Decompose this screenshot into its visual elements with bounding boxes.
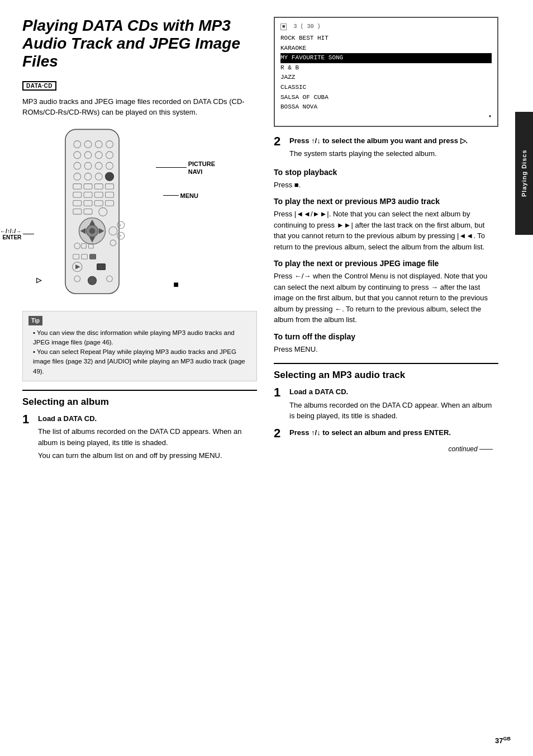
album-item-highlighted: MY FAVOURITE SONG [280, 53, 492, 63]
stop-playback-heading: To stop playback [274, 168, 498, 177]
mp3-track-text: Press |◄◄/►►|. Note that you can select … [274, 209, 498, 252]
play-label: ▷ [36, 276, 41, 284]
page-number: 37GB [495, 736, 511, 745]
turn-off-text: Press MENU. [274, 344, 498, 355]
svg-point-38 [89, 228, 96, 234]
svg-text:+: + [119, 233, 122, 238]
step-2-number: 2 [274, 135, 285, 159]
divider-selecting-mp3 [274, 363, 498, 364]
remote-diagram: + + [28, 126, 168, 305]
step-1-select-album: 1 Load a DATA CD. The list of albums rec… [22, 413, 257, 461]
picture-navi-label: PICTURE NAVI [156, 160, 215, 176]
mp3-step-2-number: 2 [274, 427, 285, 440]
svg-point-16 [106, 172, 114, 181]
album-header: ■ 3 ( 30 ) [280, 22, 492, 31]
menu-label: MENU [163, 192, 198, 199]
album-item-3: R & B [280, 63, 492, 73]
remote-svg: + + [28, 126, 156, 300]
svg-text:+: + [119, 222, 122, 228]
svg-point-55 [88, 276, 97, 285]
intro-text: MP3 audio tracks and JPEG image files re… [22, 96, 257, 118]
step-1-number: 1 [22, 413, 34, 461]
mp3-step-1-number: 1 [274, 386, 285, 422]
selecting-album-heading: Selecting an album [22, 396, 257, 408]
album-item-7: BOSSA NOVA [280, 102, 492, 112]
album-down-arrow: ▾ [280, 112, 492, 121]
album-item-4: JAZZ [280, 73, 492, 83]
mp3-step-1-text: The albums recorded on the DATA CD appea… [289, 400, 498, 422]
mp3-step-1: 1 Load a DATA CD. The albums recorded on… [274, 386, 498, 422]
jpeg-file-heading: To play the next or previous JPEG image … [274, 259, 498, 268]
step-2-instruction: Press ↑/↓ to select the album you want a… [289, 136, 468, 145]
enter-label: ←/↑/↓/→ENTER [0, 216, 34, 253]
album-display: ■ 3 ( 30 ) ROCK BEST HIT KARAOKE MY FAVO… [274, 17, 498, 127]
mp3-step-1-instruction: Load a DATA CD. [289, 388, 348, 396]
svg-rect-53 [97, 263, 106, 270]
step-1-text1: The list of albums recorded on the DATA … [38, 426, 257, 448]
tip-item-1: You can view the disc information while … [33, 328, 251, 348]
continued-label: continued [274, 445, 498, 453]
mp3-step-2: 2 Press ↑/↓ to select an album and press… [274, 427, 498, 440]
stop-playback-text: Press ■. [274, 179, 498, 191]
selecting-mp3-heading: Selecting an MP3 audio track [274, 370, 498, 381]
stop-label: ■ [173, 280, 179, 290]
album-item-0: ROCK BEST HIT [280, 34, 492, 44]
svg-rect-50 [90, 254, 96, 259]
data-cd-badge: DATA·CD [22, 81, 56, 91]
side-tab: Playing Discs [515, 112, 533, 235]
step-2-select-album: 2 Press ↑/↓ to select the album you want… [274, 135, 498, 159]
album-item-5: CLASSIC [280, 83, 492, 93]
step-2-text: The system starts playing the selected a… [289, 148, 498, 159]
turn-off-heading: To turn off the display [274, 332, 498, 341]
album-item-6: SALSA OF CUBA [280, 93, 492, 103]
mp3-step-2-instruction: Press ↑/↓ to select an album and press E… [289, 428, 451, 437]
step-1-instruction: Load a DATA CD. [38, 414, 97, 423]
page-title: Playing DATA CDs with MP3 Audio Track an… [22, 17, 257, 71]
tip-label: Tip [28, 316, 42, 325]
tip-box: Tip You can view the disc information wh… [22, 311, 257, 381]
mp3-track-heading: To play the next or previous MP3 audio t… [274, 197, 498, 206]
tip-item-2: You can select Repeat Play while playing… [33, 347, 251, 376]
divider-selecting-album [22, 390, 257, 391]
jpeg-file-text: Press ←/→ when the Control Menu is not d… [274, 271, 498, 325]
step-1-text2: You can turn the album list on and off b… [38, 450, 257, 461]
album-item-1: KARAOKE [280, 44, 492, 54]
